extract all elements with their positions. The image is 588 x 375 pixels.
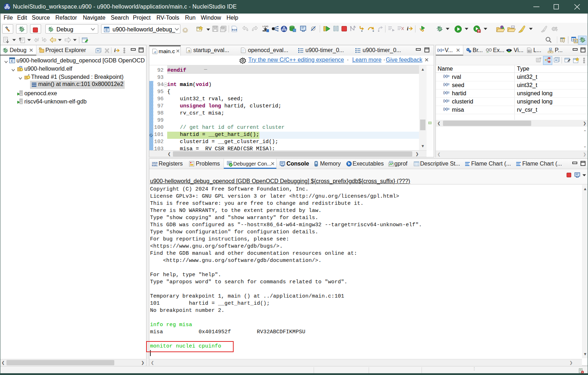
svg-text:.c: .c bbox=[154, 50, 156, 54]
svg-text:0101: 0101 bbox=[152, 164, 158, 167]
svg-text:C: C bbox=[575, 39, 577, 43]
svg-text:LOAD: LOAD bbox=[263, 25, 269, 27]
svg-text:i: i bbox=[114, 48, 116, 53]
svg-text:010: 010 bbox=[232, 28, 237, 31]
svg-text:C: C bbox=[105, 28, 108, 32]
svg-text:C: C bbox=[11, 59, 14, 63]
svg-text:i: i bbox=[407, 26, 409, 31]
svg-text:1010: 1010 bbox=[152, 162, 158, 164]
svg-text:x=: x= bbox=[487, 51, 489, 53]
svg-text:.S: .S bbox=[187, 49, 190, 53]
